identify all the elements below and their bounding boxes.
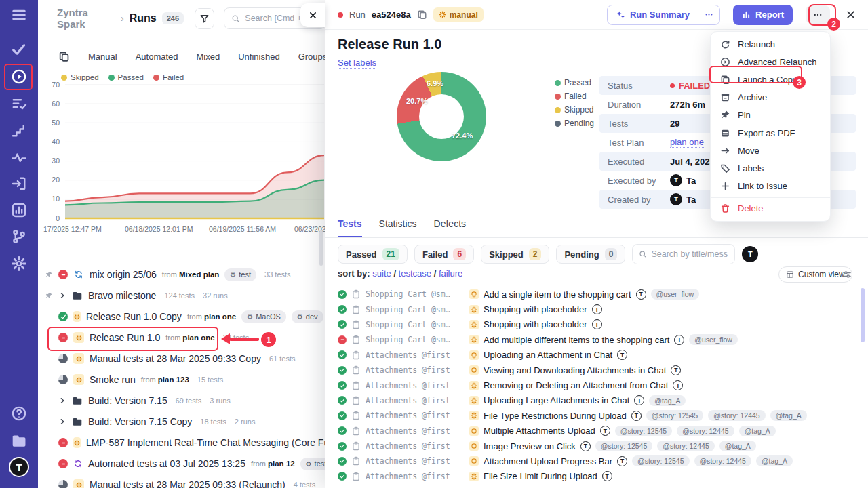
drawer-scrollbar[interactable] — [861, 288, 865, 342]
runs-list-item[interactable]: Release Run 1.0from plan one29 tests — [38, 327, 326, 348]
test-title[interactable]: Add multiple different items to the shop… — [484, 335, 669, 345]
test-list-row[interactable]: Attachments @firstAttachment Upload Prog… — [338, 453, 860, 468]
run-from-plan[interactable]: from Mixed plan — [162, 270, 220, 279]
play-circle-icon[interactable] — [11, 68, 27, 85]
runs-list-item[interactable]: LMP-587 Implement Real-Time Chat Messagi… — [38, 432, 326, 453]
menu-item-link-to-issue[interactable]: Link to Issue — [711, 178, 830, 195]
test-list-row[interactable]: Shopping Cart @sm…Add a single item to t… — [338, 287, 860, 302]
test-title[interactable]: Multiple Attachments Upload — [484, 426, 595, 436]
runs-tab-unfinished[interactable]: Unfinished — [238, 52, 279, 62]
tests-search-input[interactable]: Search by title/message — [632, 244, 735, 264]
menu-item-labels[interactable]: Labels — [711, 159, 830, 177]
list-check-icon[interactable] — [11, 96, 27, 112]
test-title[interactable]: Removing or Deleting an Attachment from … — [484, 380, 668, 390]
test-title[interactable]: Uploading an Attachment in Chat — [484, 350, 612, 360]
login-icon[interactable] — [11, 176, 27, 192]
menu-item-export-as-pdf[interactable]: Export as PDF — [711, 124, 830, 142]
detail-tab-tests[interactable]: Tests — [338, 218, 362, 237]
chevron-right-icon[interactable] — [58, 291, 66, 300]
run-title[interactable]: Bravo milestone — [88, 290, 156, 301]
report-button[interactable]: Report — [733, 5, 793, 25]
menu-item-relaunch[interactable]: Relaunch — [711, 35, 830, 53]
test-title[interactable]: Shopping with placeholder — [484, 319, 587, 329]
breadcrumb-project[interactable]: Zyntra Spark — [57, 7, 115, 30]
run-from-plan[interactable]: from plan 12 — [251, 460, 295, 468]
menu-item-move[interactable]: Move — [711, 142, 830, 159]
steps-icon[interactable] — [11, 122, 27, 138]
filter-button[interactable] — [195, 8, 214, 29]
more-actions-button[interactable] — [806, 5, 830, 24]
run-title[interactable]: Manual tests at 28 Mar 2025 09:33 Copy — [90, 353, 261, 364]
test-list-row[interactable]: Shopping Cart @sm…Add multiple different… — [338, 332, 860, 347]
detail-tab-defects[interactable]: Defects — [434, 218, 466, 237]
run-title[interactable]: Build: Version 7.15 Copy — [88, 416, 192, 427]
menu-icon[interactable] — [11, 7, 27, 23]
menu-item-delete[interactable]: Delete — [711, 200, 830, 218]
run-title[interactable]: LMP-587 Implement Real-Time Chat Messagi… — [86, 437, 326, 448]
assignee-avatar[interactable]: T — [742, 246, 758, 262]
filter-chip-passed[interactable]: Passed21 — [338, 245, 408, 264]
test-list-row[interactable]: Attachments @firstImage Preview on Click… — [338, 439, 860, 453]
gear-icon[interactable] — [11, 256, 27, 272]
chevron-right-icon[interactable] — [58, 418, 66, 426]
run-summary-button[interactable]: Run Summary — [608, 5, 698, 24]
folder-icon[interactable] — [11, 432, 27, 449]
runs-list-item[interactable]: Release Run 1.0 Copyfrom plan one⚙MacOS⚙… — [38, 306, 326, 327]
menu-item-launch-a-copy[interactable]: Launch a Copy — [711, 70, 830, 88]
drawer-close-button[interactable] — [300, 3, 326, 27]
menu-item-advanced-relaunch[interactable]: Advanced Relaunch — [711, 53, 830, 70]
run-from-plan[interactable]: from plan 123 — [141, 375, 189, 384]
test-title[interactable]: Uploading Large Attachments in Chat — [484, 395, 629, 405]
test-title[interactable]: Image Preview on Click — [484, 441, 576, 451]
run-title[interactable]: Automated tests at 03 Jul 2025 13:25 — [88, 458, 245, 469]
test-title[interactable]: File Size Limit During Upload — [484, 471, 597, 481]
run-title[interactable]: Release Run 1.0 Copy — [86, 311, 182, 322]
chevron-right-icon[interactable] — [58, 396, 66, 405]
check-icon[interactable] — [11, 41, 27, 58]
detail-tab-statistics[interactable]: Statistics — [379, 218, 417, 237]
runs-list-item[interactable]: Manual tests at 28 Mar 2025 09:33 Copy61… — [38, 348, 326, 369]
test-title[interactable]: Shopping with placeholder — [484, 304, 587, 314]
test-list-row[interactable]: Attachments @firstUploading Large Attach… — [338, 393, 860, 408]
test-list-row[interactable]: Attachments @firstUploading an Attachmen… — [338, 348, 860, 363]
runs-list-item[interactable]: Bravo milestone124 tests32 runs — [38, 285, 326, 306]
sort-link-suite[interactable]: suite — [372, 268, 391, 279]
run-title[interactable]: Build: Version 7.15 — [88, 395, 167, 406]
runs-tab-automated[interactable]: Automated — [136, 52, 178, 62]
test-list-row[interactable]: Attachments @firstViewing and Downloadin… — [338, 363, 860, 378]
info-value[interactable]: plan one — [670, 137, 704, 148]
runs-tab-groups[interactable]: Groups — [298, 52, 326, 62]
runs-panel-scrollbar[interactable] — [319, 230, 323, 266]
sort-link-failure[interactable]: failure — [439, 268, 462, 279]
set-labels-link[interactable]: Set labels — [338, 58, 376, 69]
runs-list-item[interactable]: Automated tests at 03 Jul 2025 13:25from… — [38, 453, 326, 474]
filter-chip-pending[interactable]: Pending0 — [556, 245, 625, 264]
runs-list-item[interactable]: Smoke runfrom plan 12315 tests — [38, 369, 326, 390]
branch-icon[interactable] — [11, 228, 27, 245]
sort-link-testcase[interactable]: testcase — [399, 268, 431, 279]
run-title[interactable]: Manual tests at 28 Mar 2025 09:33 (Relau… — [90, 479, 285, 488]
bar-chart-icon[interactable] — [11, 202, 27, 218]
copy-run-id-icon[interactable] — [417, 9, 427, 20]
run-title[interactable]: mix origin 25/06 — [90, 269, 157, 280]
test-list-row[interactable]: Attachments @firstMultiple Attachments U… — [338, 424, 860, 439]
runs-tab-mixed[interactable]: Mixed — [197, 52, 220, 62]
filter-chip-skipped[interactable]: Skipped2 — [481, 245, 549, 264]
custom-view-button[interactable]: Custom view — [778, 266, 852, 283]
drawer-close-x-icon[interactable] — [846, 9, 856, 20]
run-from-plan[interactable]: from plan one — [187, 312, 236, 321]
menu-item-pin[interactable]: Pin — [711, 106, 830, 124]
select-runs-icon[interactable] — [58, 51, 70, 62]
test-list-row[interactable]: Shopping Cart @sm…Shopping with placehol… — [338, 302, 860, 317]
runs-tab-manual[interactable]: Manual — [88, 52, 117, 62]
user-avatar[interactable]: T — [9, 457, 29, 477]
test-title[interactable]: Viewing and Downloading Attachments in C… — [484, 365, 666, 375]
help-icon[interactable] — [11, 405, 27, 422]
runs-list-item[interactable]: mix origin 25/06from Mixed plan⚙test33 t… — [38, 264, 326, 285]
test-title[interactable]: File Type Restrictions During Upload — [484, 411, 627, 421]
filter-chip-failed[interactable]: Failed6 — [414, 245, 474, 264]
run-title[interactable]: Release Run 1.0 — [90, 332, 160, 343]
test-list-row[interactable]: Attachments @firstFile Type Restrictions… — [338, 408, 860, 423]
runs-list-item[interactable]: Build: Version 7.1569 tests3 runs — [38, 390, 326, 411]
menu-item-archive[interactable]: Archive — [711, 89, 830, 106]
